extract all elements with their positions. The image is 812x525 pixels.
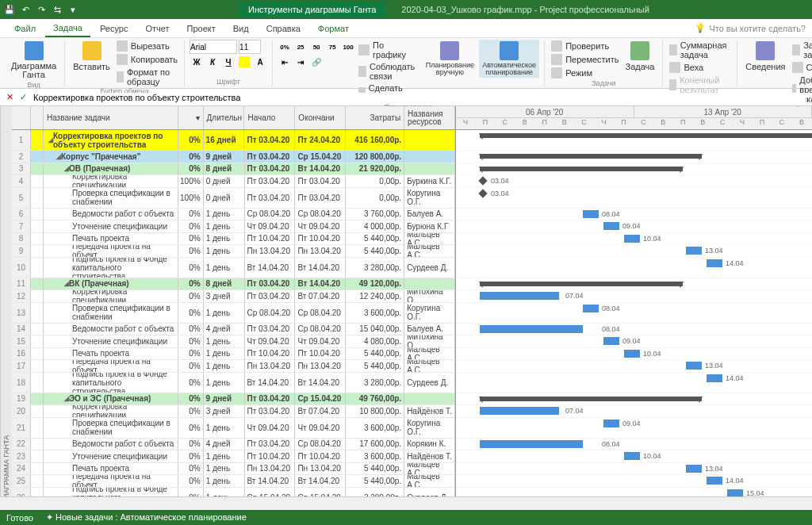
tab-Отчет[interactable]: Отчет [137, 21, 177, 36]
indent-button[interactable]: ⇥ [293, 55, 308, 69]
task-bar[interactable] [480, 407, 559, 415]
task-row[interactable]: 3◢ ОВ (Прачечная)0%8 днейПт 03.04.20Вт 1… [12, 163, 455, 176]
task-row[interactable]: 11◢ ВК (Прачечная)0%8 днейПт 03.04.20Вт … [12, 278, 455, 291]
tab-Формат[interactable]: Формат [310, 21, 357, 36]
gantt-chart[interactable]: 06 Апр '2013 Апр '20 ЧПСВПВСЧПСВПВСЧПСВ … [456, 106, 812, 510]
summary-bar[interactable] [480, 167, 683, 171]
manual-schedule-button[interactable]: Планирование вручную [423, 40, 477, 78]
task-bar[interactable] [686, 465, 702, 473]
pct0-button[interactable]: 0% [278, 40, 292, 54]
accept-entry-icon[interactable]: ✓ [20, 92, 27, 102]
inspect-button[interactable]: Проверить [550, 40, 620, 52]
font-size-input[interactable] [239, 40, 261, 54]
indicators-column[interactable] [31, 106, 44, 129]
fontcolor-button[interactable]: A [253, 55, 267, 69]
gantt-chart-button[interactable]: Диаграмма Ганта [8, 40, 59, 81]
bold-button[interactable]: Ж [190, 55, 204, 69]
font-name-input[interactable] [190, 40, 237, 54]
task-row[interactable]: 1◢ Корректировка проектов по объекту стр… [12, 130, 455, 151]
task-row[interactable]: 22Ведомости работ с объекта0%4 днейПт 03… [12, 439, 455, 451]
ontrack-button[interactable]: По графику [357, 40, 421, 60]
task-row[interactable]: 16Печать проекта0%1 деньПт 10.04.20Пт 10… [12, 348, 455, 361]
task-row[interactable]: 9Передача проекта на объект0%1 деньПн 13… [12, 245, 455, 258]
task-bar[interactable] [707, 374, 722, 382]
notes-button[interactable]: Заметки задачи [791, 40, 812, 60]
task-row[interactable]: 8Печать проекта0%1 деньПт 10.04.20Пт 10.… [12, 233, 455, 246]
underline-button[interactable]: Ч [221, 55, 236, 69]
pct75-button[interactable]: 75 [325, 40, 339, 54]
redo-icon[interactable]: ↷ [35, 3, 48, 16]
task-row[interactable]: 18Подпись проекта в Фонде капитального с… [12, 373, 455, 393]
task-bar[interactable] [583, 305, 599, 312]
pct100-button[interactable]: 100 [341, 40, 355, 54]
summary-bar[interactable] [480, 397, 702, 401]
task-row[interactable]: 2◢ Корпус "Прачечная"0%9 днейПт 03.04.20… [12, 151, 455, 163]
link-button[interactable]: 🔗 [309, 55, 324, 69]
task-bar[interactable] [603, 337, 619, 345]
task-row[interactable]: 17Передача проекта на объект0%1 деньПн 1… [12, 360, 455, 373]
tab-file[interactable]: Файл [6, 21, 44, 36]
summary-bar[interactable] [480, 154, 702, 159]
summary-bar[interactable] [480, 282, 683, 286]
copy-button[interactable]: Копировать [115, 53, 179, 66]
cut-button[interactable]: Вырезать [115, 40, 179, 52]
entry-input[interactable] [33, 93, 806, 102]
task-bar[interactable] [707, 477, 722, 485]
auto-schedule-button[interactable]: Автоматическое планирование [479, 40, 539, 78]
task-row[interactable]: 4Корректировка спецификации100%0 днейПт … [12, 175, 455, 188]
tab-Задача[interactable]: Задача [45, 20, 90, 37]
italic-button[interactable]: К [205, 55, 220, 69]
task-bar[interactable] [603, 222, 619, 230]
task-bar[interactable] [624, 452, 640, 460]
task-row[interactable]: 13Проверка спецификации в снабжении0%1 д… [12, 303, 455, 324]
task-bar[interactable] [707, 259, 722, 267]
task-grid[interactable]: Название задачи ▾ Длительн Начало Оконча… [12, 106, 456, 510]
tell-me[interactable]: 💡 Что вы хотите сделать? [695, 23, 806, 33]
task-row[interactable]: 21Проверка спецификации в снабжении0%1 д… [12, 418, 455, 439]
undo-icon[interactable]: ↶ [19, 3, 32, 16]
milestone-marker[interactable] [478, 189, 487, 197]
task-bar[interactable] [686, 247, 702, 255]
col-start[interactable]: Начало [244, 106, 295, 129]
move-button[interactable]: Переместить [550, 53, 620, 66]
task-row[interactable]: 5Проверка спецификации в снабжении100%0 … [12, 188, 455, 209]
task-row[interactable]: 12Корректировка спецификации0%3 днейПт 0… [12, 290, 455, 303]
task-bar[interactable] [480, 440, 583, 448]
qat-icon[interactable]: ⇆ [51, 3, 63, 16]
task-bar[interactable] [624, 350, 640, 358]
milestone-button[interactable]: Веха [668, 61, 732, 74]
qat-dropdown-icon[interactable]: ▾ [67, 3, 79, 16]
task-row[interactable]: 6Ведомости работ с объекта0%1 деньСр 08.… [12, 209, 455, 221]
summary-task-button[interactable]: Суммарная задача [668, 40, 732, 60]
tab-Справка[interactable]: Справка [259, 21, 308, 36]
col-duration[interactable]: Длительн [204, 106, 245, 129]
task-row[interactable]: 14Ведомости работ с объекта0%4 днейПт 03… [12, 324, 455, 336]
task-bar[interactable] [686, 362, 702, 370]
task-row[interactable]: 19◢ ЭО и ЭС (Прачечная)0%9 днейПт 03.04.… [12, 393, 455, 406]
milestone-marker[interactable] [478, 176, 487, 185]
col-percent[interactable]: ▾ [178, 106, 204, 129]
task-row[interactable]: 10Подпись проекта в Фонде капитального с… [12, 258, 455, 278]
col-cost[interactable]: Затраты [346, 106, 404, 129]
task-bar[interactable] [480, 292, 559, 300]
task-row[interactable]: 25Передача проекта на объект0%1 деньВт 1… [12, 475, 455, 488]
task-row[interactable]: 23Уточнение спецификации0%1 деньПт 10.04… [12, 450, 455, 463]
task-row[interactable]: 15Уточнение спецификации0%1 деньЧт 09.04… [12, 335, 455, 348]
paste-button[interactable]: Вставить [70, 40, 113, 73]
details-button[interactable]: Сведения [791, 61, 812, 74]
cancel-entry-icon[interactable]: ✕ [6, 92, 13, 102]
respect-links-button[interactable]: Соблюдать связи [357, 61, 421, 82]
mode-button[interactable]: Режим [550, 67, 620, 79]
task-row[interactable]: 20Корректировка спецификации0%3 днейПт 0… [12, 405, 455, 418]
tab-Проект[interactable]: Проект [179, 21, 224, 36]
format-painter-button[interactable]: Формат по образцу [115, 67, 179, 87]
col-end[interactable]: Окончани [295, 106, 346, 129]
task-bar[interactable] [583, 210, 599, 218]
save-icon[interactable]: 💾 [3, 3, 16, 16]
col-name[interactable]: Название задачи [44, 106, 178, 129]
col-resources[interactable]: Названия ресурсов [404, 106, 455, 129]
tab-Ресурс[interactable]: Ресурс [92, 21, 136, 36]
task-bar[interactable] [603, 420, 619, 427]
tab-Вид[interactable]: Вид [225, 21, 257, 36]
bgcolor-button[interactable] [239, 56, 250, 67]
